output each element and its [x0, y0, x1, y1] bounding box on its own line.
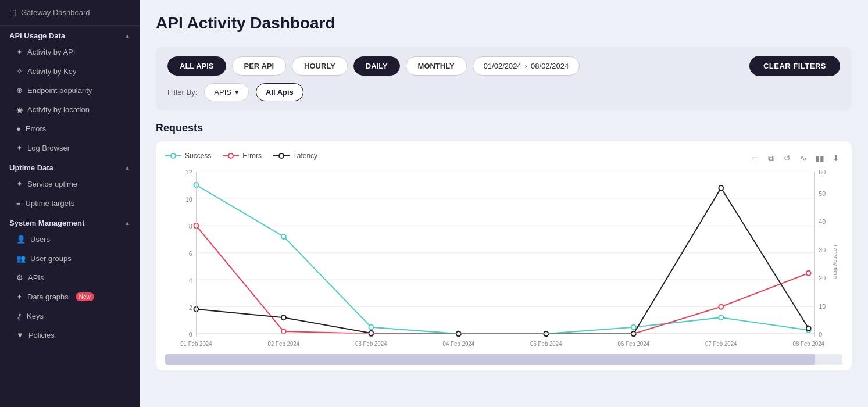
svg-text:6: 6 — [189, 250, 192, 257]
svg-text:20: 20 — [819, 274, 826, 281]
sidebar-item-label: Policies — [28, 331, 55, 340]
errors-icon: ● — [16, 124, 21, 133]
sidebar-section-uptime[interactable]: Uptime Data ▲ — [0, 158, 140, 174]
uptime-chevron: ▲ — [124, 165, 130, 171]
chart-scrollbar[interactable] — [165, 354, 842, 365]
svg-text:30: 30 — [819, 246, 826, 253]
filter-all-apis-tag: All Apis — [256, 83, 303, 101]
svg-text:50: 50 — [819, 190, 826, 197]
svg-text:60: 60 — [819, 169, 826, 176]
sidebar-item-keys[interactable]: ⚷ Keys — [0, 306, 140, 326]
uptime-targets-icon: ≡ — [16, 199, 21, 208]
svg-text:0: 0 — [819, 331, 822, 338]
system-section-title: System Management — [9, 219, 84, 227]
sidebar-item-activity-api[interactable]: ✦ Activity by API — [0, 42, 140, 62]
legend-latency-label: Latency — [293, 152, 317, 160]
activity-api-icon: ✦ — [16, 48, 23, 56]
svg-text:40: 40 — [819, 218, 826, 225]
success-dot-1 — [281, 234, 286, 239]
svg-text:05 Feb 2024: 05 Feb 2024 — [530, 340, 562, 347]
sidebar-item-label: Log Browser — [27, 144, 70, 152]
sidebar-item-label: Service uptime — [27, 180, 77, 188]
legend-latency: Latency — [273, 152, 317, 160]
sidebar-item-user-groups[interactable]: 👥 User groups — [0, 249, 140, 268]
tool-zoom-icon[interactable]: ∿ — [797, 152, 810, 165]
svg-text:0: 0 — [189, 331, 192, 338]
date-range-button[interactable]: 01/02/2024 › 08/02/2024 — [473, 56, 580, 76]
errors-dot-1 — [281, 329, 286, 334]
svg-text:06 Feb 2024: 06 Feb 2024 — [618, 340, 650, 347]
filter-bar: ALL APIS PER API HOURLY DAILY MONTHLY 01… — [156, 47, 852, 110]
btn-monthly[interactable]: MONTHLY — [406, 56, 467, 76]
date-from: 01/02/2024 — [484, 62, 521, 70]
filter-row-time: ALL APIS PER API HOURLY DAILY MONTHLY 01… — [167, 56, 840, 76]
latency-dot-6 — [719, 185, 723, 190]
btn-per-api[interactable]: PER API — [232, 56, 287, 76]
errors-dot-6 — [719, 304, 723, 309]
legend-success: Success — [165, 152, 211, 160]
clear-filters-button[interactable]: CLEAR FILTERS — [749, 56, 840, 76]
sidebar-top-item[interactable]: ⬚ Gateway Dashboard — [0, 0, 140, 26]
sidebar-item-data-graphs[interactable]: ✦ Data graphs New — [0, 287, 140, 306]
legend-success-label: Success — [185, 152, 211, 160]
filter-apis-select[interactable]: APIS ▾ — [204, 83, 249, 101]
sidebar-item-label: Activity by location — [27, 105, 90, 114]
svg-text:10: 10 — [185, 196, 192, 203]
gateway-icon: ⬚ — [9, 8, 16, 17]
svg-text:08 Feb 2024: 08 Feb 2024 — [793, 340, 825, 347]
date-arrow: › — [525, 62, 527, 70]
filter-apis-label: APIS — [214, 88, 231, 97]
sidebar-item-activity-location[interactable]: ◉ Activity by location — [0, 100, 140, 119]
svg-point-1 — [171, 153, 176, 158]
sidebar-item-label: Data graphs — [27, 292, 69, 301]
chart-toolbar: ▭ ⧉ ↺ ∿ ▮▮ ⬇ — [748, 152, 842, 165]
sidebar-item-errors[interactable]: ● Errors — [0, 119, 140, 138]
svg-text:02 Feb 2024: 02 Feb 2024 — [268, 340, 300, 347]
location-icon: ◉ — [16, 105, 23, 114]
sidebar-item-label: Activity by Key — [27, 67, 77, 76]
sidebar-top-label: Gateway Dashboard — [21, 8, 90, 17]
chart-scrollbar-thumb[interactable] — [165, 354, 815, 365]
sidebar-item-label: APIs — [28, 273, 44, 282]
sidebar-item-log-browser[interactable]: ✦ Log Browser — [0, 138, 140, 158]
svg-text:03 Feb 2024: 03 Feb 2024 — [355, 340, 387, 347]
sidebar-item-label: Activity by API — [27, 48, 75, 56]
errors-dot-7 — [806, 271, 811, 276]
sidebar-item-label: Endpoint popularity — [27, 86, 92, 95]
sidebar-item-label: Keys — [27, 312, 44, 320]
sidebar-section-system[interactable]: System Management ▲ — [0, 213, 140, 230]
data-graphs-icon: ✦ — [16, 292, 23, 301]
sidebar-item-uptime-targets[interactable]: ≡ Uptime targets — [0, 194, 140, 213]
btn-hourly[interactable]: HOURLY — [292, 56, 348, 76]
sidebar-item-policies[interactable]: ▼ Policies — [0, 326, 140, 345]
svg-text:12: 12 — [185, 169, 192, 176]
success-dot-2 — [369, 325, 373, 330]
sidebar-item-endpoint-popularity[interactable]: ⊕ Endpoint popularity — [0, 81, 140, 100]
sidebar-item-users[interactable]: 👤 Users — [0, 230, 140, 249]
tool-refresh-icon[interactable]: ↺ — [781, 152, 794, 165]
apis-icon: ⚙ — [16, 273, 23, 282]
date-to: 08/02/2024 — [531, 62, 569, 70]
tool-download-icon[interactable]: ⬇ — [830, 152, 842, 165]
svg-point-3 — [228, 153, 233, 158]
svg-point-5 — [279, 153, 284, 158]
legend-errors-label: Errors — [242, 152, 262, 160]
latency-dot-1 — [281, 315, 286, 320]
sidebar-item-activity-key[interactable]: ✧ Activity by Key — [0, 62, 140, 81]
apis-dropdown-icon: ▾ — [235, 88, 239, 97]
sidebar-section-api-usage[interactable]: API Usage Data ▲ — [0, 26, 140, 42]
sidebar-item-label: User groups — [30, 254, 72, 263]
sidebar-item-service-uptime[interactable]: ✦ Service uptime — [0, 174, 140, 194]
btn-daily[interactable]: DAILY — [353, 56, 400, 76]
svg-text:04 Feb 2024: 04 Feb 2024 — [443, 340, 475, 347]
users-icon: 👤 — [16, 235, 26, 244]
chart-card: Success Errors Latency ▭ ⧉ ↺ ∿ ▮▮ ⬇ — [156, 141, 852, 370]
tool-crop-icon[interactable]: ▭ — [748, 152, 761, 165]
btn-all-apis[interactable]: ALL APIS — [167, 56, 226, 76]
success-dot-6 — [719, 315, 723, 320]
sidebar: ⬚ Gateway Dashboard API Usage Data ▲ ✦ A… — [0, 0, 140, 407]
sidebar-item-apis[interactable]: ⚙ APIs — [0, 268, 140, 287]
api-usage-section-title: API Usage Data — [9, 31, 65, 40]
tool-bar-icon[interactable]: ▮▮ — [813, 152, 826, 165]
tool-copy-icon[interactable]: ⧉ — [765, 152, 777, 165]
